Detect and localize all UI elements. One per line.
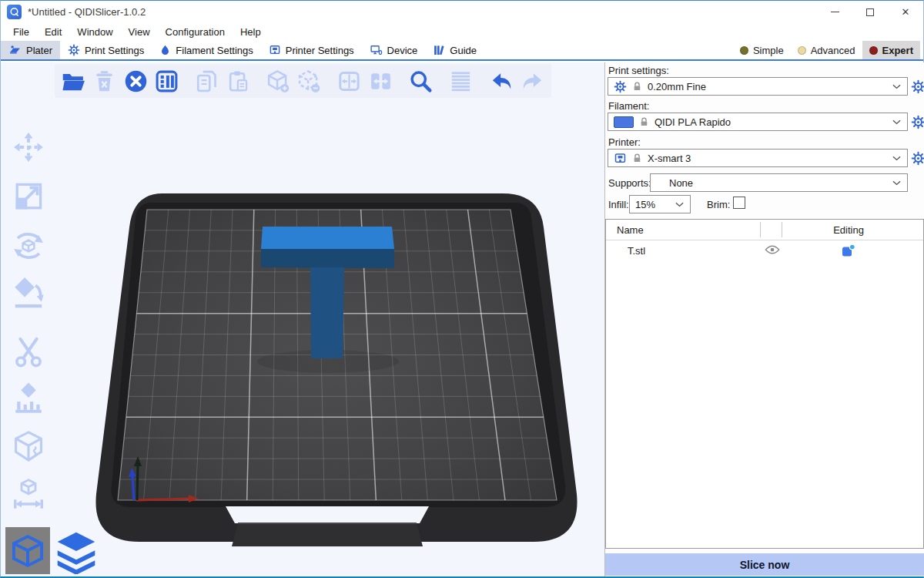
place-on-face-icon[interactable] (8, 273, 49, 314)
chevron-down-icon (675, 202, 684, 207)
print-bed-canvas (1, 62, 604, 576)
slice-now-button[interactable]: Slice now (605, 553, 924, 576)
cut-icon[interactable] (8, 331, 49, 373)
paint-supports-icon[interactable] (8, 378, 49, 419)
tab-label: Printer Settings (286, 45, 354, 56)
close-icon[interactable]: ✕ (888, 1, 923, 23)
tab-filament-settings[interactable]: Filament Settings (152, 41, 260, 59)
printer-icon (269, 44, 281, 56)
column-name: Name (617, 224, 644, 236)
add-instance-icon[interactable] (266, 67, 291, 95)
bed-handle-notch (226, 506, 429, 523)
split-objects-icon[interactable] (336, 67, 362, 95)
print-settings-gear-icon[interactable] (910, 79, 924, 94)
open-folder-icon[interactable] (61, 67, 86, 95)
filament-color-swatch (614, 116, 634, 128)
measure-icon[interactable] (8, 472, 49, 514)
copy-icon[interactable] (194, 67, 219, 95)
printer-value: X-smart 3 (648, 153, 887, 164)
remove-instance-icon[interactable] (296, 67, 322, 95)
table-row[interactable]: T.stl (606, 240, 923, 261)
editor-3d-view-icon[interactable] (5, 527, 50, 574)
simple-dot-icon (740, 46, 748, 55)
menu-edit[interactable]: Edit (37, 26, 69, 38)
split-parts-icon[interactable] (368, 67, 393, 95)
mode-label: Simple (753, 45, 784, 56)
app-logo-icon (7, 5, 22, 19)
variable-layer-height-icon[interactable] (448, 67, 474, 95)
supports-combo[interactable]: None (650, 173, 908, 192)
model-t-stem-front (310, 267, 344, 358)
brim-checkbox[interactable] (733, 197, 745, 209)
window-title: *Untitled - QIDISlicer-1.0.2 (28, 6, 146, 18)
menu-window[interactable]: Window (69, 26, 120, 38)
menu-view[interactable]: View (121, 26, 158, 38)
tab-printer-settings[interactable]: Printer Settings (261, 41, 362, 59)
printer-label: Printer: (608, 136, 641, 148)
edit-icon[interactable] (841, 243, 856, 258)
infill-value: 15% (635, 199, 670, 210)
mode-advanced[interactable]: Advanced (791, 41, 862, 59)
delete-icon[interactable] (92, 67, 117, 95)
eye-icon[interactable] (765, 244, 780, 257)
mode-simple[interactable]: Simple (733, 41, 791, 59)
print-settings-value: 0.20mm Fine (648, 81, 887, 92)
tab-plater[interactable]: Plater (1, 41, 60, 59)
paste-icon[interactable] (225, 67, 250, 95)
plater-toolbar (55, 64, 551, 98)
model-t-crossbar-front (261, 249, 394, 268)
qidislicer-window: *Untitled - QIDISlicer-1.0.2 ✕ File Edit… (0, 0, 924, 578)
model-t-top-face (261, 227, 394, 249)
redo-icon[interactable] (520, 67, 545, 95)
tab-label: Print Settings (85, 45, 144, 56)
object-name: T.stl (628, 245, 645, 257)
delete-all-icon[interactable] (123, 67, 149, 95)
filament-combo[interactable]: QIDI PLA Rapido (608, 113, 908, 131)
arrange-icon[interactable] (154, 67, 179, 95)
chevron-down-icon (892, 119, 901, 125)
tab-guide[interactable]: Guide (425, 41, 484, 59)
tab-label: Device (387, 45, 418, 56)
lock-icon (632, 81, 642, 92)
preview-layers-icon[interactable] (52, 527, 100, 576)
menu-file[interactable]: File (5, 26, 37, 38)
filament-icon (159, 44, 171, 56)
plater-icon (8, 44, 22, 57)
chevron-down-icon (892, 84, 901, 89)
print-settings-label: Print settings: (608, 65, 669, 76)
maximize-icon[interactable] (852, 1, 888, 23)
minimize-icon[interactable] (817, 1, 852, 23)
printer-gear-icon[interactable] (910, 150, 924, 166)
filament-gear-icon[interactable] (910, 114, 924, 129)
brim-label: Brim: (707, 199, 730, 210)
device-icon (370, 44, 383, 56)
search-icon[interactable] (408, 67, 434, 95)
scale-icon[interactable] (8, 176, 49, 217)
tab-bar: Plater Print Settings Filament Settings … (1, 41, 923, 61)
infill-combo[interactable]: 15% (629, 195, 691, 213)
object-list-header: Name Editing (606, 220, 923, 240)
move-icon[interactable] (8, 126, 49, 168)
tab-device[interactable]: Device (362, 41, 426, 59)
supports-label: Supports: (608, 177, 651, 189)
rotate-icon[interactable] (8, 225, 49, 267)
printer-combo[interactable]: X-smart 3 (608, 149, 908, 167)
seam-icon[interactable] (8, 425, 49, 467)
gear-icon (68, 44, 80, 56)
gear-icon (614, 80, 627, 93)
lock-icon (639, 116, 649, 127)
mode-expert[interactable]: Expert (862, 41, 920, 59)
3d-viewport[interactable] (1, 62, 604, 576)
title-bar: *Untitled - QIDISlicer-1.0.2 ✕ (1, 1, 923, 23)
mode-label: Advanced (811, 45, 855, 56)
print-settings-combo[interactable]: 0.20mm Fine (608, 77, 908, 96)
object-list: Name Editing T.stl (605, 219, 924, 549)
menu-bar: File Edit Window View Configuration Help (1, 23, 923, 41)
chevron-down-icon (892, 156, 901, 161)
menu-help[interactable]: Help (233, 26, 269, 38)
menu-configuration[interactable]: Configuration (158, 26, 233, 38)
tab-print-settings[interactable]: Print Settings (60, 41, 152, 59)
undo-icon[interactable] (488, 67, 514, 95)
bed-handle-tab (232, 523, 423, 546)
lock-icon (632, 153, 642, 163)
